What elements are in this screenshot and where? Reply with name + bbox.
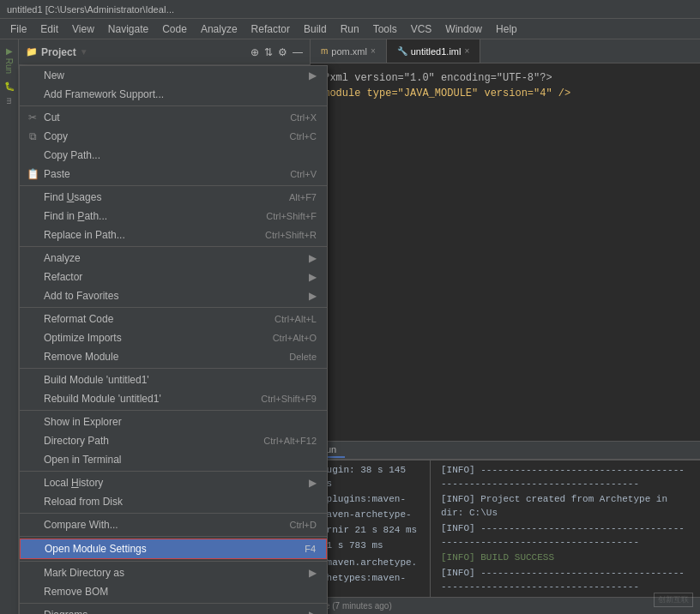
left-panel: 📁 Project ▼ ⊕ ⇅ ⚙ — untitled1 New ▶ xyxy=(19,39,311,614)
menu-edit[interactable]: Edit xyxy=(33,21,65,37)
ctx-label-find-in-path: Find in Path... xyxy=(44,210,266,222)
separator-4 xyxy=(20,307,327,308)
separator-1 xyxy=(20,105,327,106)
ctx-label-rebuild-module: Rebuild Module 'untitled1' xyxy=(44,393,261,405)
menu-view[interactable]: View xyxy=(65,21,101,37)
ctx-label-find-usages: Find Usages xyxy=(44,191,289,203)
menu-build[interactable]: Build xyxy=(297,21,334,37)
watermark-logo: 创新互联 xyxy=(654,593,693,607)
ctx-item-reload-from-disk[interactable]: Reload from Disk xyxy=(20,492,327,511)
status-bar-text: ure (7 minutes ago) xyxy=(317,601,392,611)
ctx-label-paste: Paste xyxy=(44,168,290,180)
separator-5 xyxy=(20,368,327,369)
run-side-panel: ▶ Run 🐛 m xyxy=(0,39,19,614)
ctx-item-refactor[interactable]: Refactor ▶ xyxy=(20,268,327,286)
ctx-label-local-history: Local History xyxy=(44,477,309,489)
ctx-item-open-in-terminal[interactable]: Open in Terminal xyxy=(20,450,327,469)
sort-icon[interactable]: ⇅ xyxy=(264,46,273,58)
analyze-arrow-icon: ▶ xyxy=(309,252,317,264)
code-line-2: <module type="JAVA_MODULE" version="4" /… xyxy=(317,86,693,101)
menu-file[interactable]: File xyxy=(3,21,33,37)
ctx-item-remove-bom[interactable]: Remove BOM xyxy=(20,582,327,601)
ctx-item-analyze[interactable]: Analyze ▶ xyxy=(20,249,327,268)
ctx-item-show-in-explorer[interactable]: Show in Explorer xyxy=(20,412,327,431)
ctx-item-mark-directory-as[interactable]: Mark Directory as ▶ xyxy=(20,563,327,582)
ctx-item-find-usages[interactable]: Find Usages Alt+F7 xyxy=(20,188,327,207)
terminal-info-4: [INFO] ---------------------------------… xyxy=(434,565,697,594)
minimize-icon[interactable]: — xyxy=(293,46,303,58)
dropdown-icon[interactable]: ▼ xyxy=(80,47,88,57)
watermark-text: 创新互联 xyxy=(654,593,693,607)
terminal-log-8: :hetypes:maven- xyxy=(314,570,426,586)
ctx-label-analyze: Analyze xyxy=(44,252,309,264)
debug-icon[interactable]: 🐛 xyxy=(3,77,15,94)
ctx-item-add-framework[interactable]: Add Framework Support... xyxy=(20,85,327,104)
menu-help[interactable]: Help xyxy=(489,21,524,37)
ctx-label-open-module-settings: Open Module Settings xyxy=(45,543,305,555)
compare-shortcut: Ctrl+D xyxy=(290,520,317,530)
ctx-item-replace-in-path[interactable]: Replace in Path... Ctrl+Shift+R xyxy=(20,226,327,244)
ctx-item-copy-path[interactable]: Copy Path... xyxy=(20,146,327,165)
pom-xml-label: pom.xml xyxy=(331,46,367,57)
ctx-item-reformat-code[interactable]: Reformat Code Ctrl+Alt+L xyxy=(20,310,327,328)
find-usages-shortcut: Alt+F7 xyxy=(289,192,317,202)
ctx-item-open-module-settings[interactable]: Open Module Settings F4 xyxy=(20,539,327,559)
terminal-build-success: [INFO] BUILD SUCCESS xyxy=(434,550,697,565)
ctx-item-local-history[interactable]: Local History ▶ xyxy=(20,473,327,492)
ctx-label-copy: Copy xyxy=(44,130,290,142)
tab-pom-xml[interactable]: m pom.xml × xyxy=(311,39,387,63)
ctx-item-diagrams[interactable]: Diagrams ▶ xyxy=(20,605,327,614)
terminal-log-5: 21 s 783 ms xyxy=(314,538,426,553)
maven-side-icon[interactable]: m xyxy=(3,94,15,108)
rebuild-module-shortcut: Ctrl+Shift+F9 xyxy=(261,394,317,404)
add-content-icon[interactable]: ⊕ xyxy=(250,46,259,58)
ctx-item-remove-module[interactable]: Remove Module Delete xyxy=(20,347,327,366)
tab-untitled1-iml[interactable]: 🔧 untitled1.iml × xyxy=(387,39,481,63)
separator-9 xyxy=(20,536,327,537)
ctx-item-find-in-path[interactable]: Find in Path... Ctrl+Shift+F xyxy=(20,207,327,226)
pom-xml-close-icon[interactable]: × xyxy=(371,46,376,56)
menu-vcs[interactable]: VCS xyxy=(404,21,439,37)
menu-navigate[interactable]: Navigate xyxy=(101,21,155,37)
menu-code[interactable]: Code xyxy=(155,21,194,37)
copy-shortcut: Ctrl+C xyxy=(290,131,317,141)
menu-tools[interactable]: Tools xyxy=(366,21,404,37)
ctx-item-paste[interactable]: 📋 Paste Ctrl+V xyxy=(20,165,327,184)
ctx-item-cut[interactable]: ✂ Cut Ctrl+X xyxy=(20,108,327,127)
ctx-item-rebuild-module[interactable]: Rebuild Module 'untitled1' Ctrl+Shift+F9 xyxy=(20,389,327,408)
local-history-arrow-icon: ▶ xyxy=(309,477,317,489)
ctx-label-remove-module: Remove Module xyxy=(44,351,289,363)
terminal-panel: lugin: 38 s 145 ms .plugins:maven- maven… xyxy=(311,460,700,597)
code-editor[interactable]: <?xml version="1.0" encoding="UTF-8"?> <… xyxy=(311,63,700,441)
menu-refactor[interactable]: Refactor xyxy=(244,21,297,37)
menu-run[interactable]: Run xyxy=(334,21,366,37)
main-layout: ▶ Run 🐛 m 📁 Project ▼ ⊕ ⇅ ⚙ — untitled1 xyxy=(0,39,700,614)
ctx-label-add-to-favorites: Add to Favorites xyxy=(44,290,309,302)
diagrams-arrow-icon: ▶ xyxy=(309,609,317,614)
ctx-item-new[interactable]: New ▶ xyxy=(20,66,327,85)
separator-8 xyxy=(20,513,327,514)
ctx-item-copy[interactable]: ⧉ Copy Ctrl+C xyxy=(20,127,327,146)
settings-gear-icon[interactable]: ⚙ xyxy=(278,46,287,58)
directory-path-shortcut: Ctrl+Alt+F12 xyxy=(263,436,317,446)
menu-window[interactable]: Window xyxy=(438,21,489,37)
ctx-item-optimize-imports[interactable]: Optimize Imports Ctrl+Alt+O xyxy=(20,328,327,347)
ctx-label-open-in-terminal: Open in Terminal xyxy=(44,454,317,466)
ctx-label-mark-directory-as: Mark Directory as xyxy=(44,567,309,579)
ctx-label-new: New xyxy=(44,69,309,81)
ctx-item-build-module[interactable]: Build Module 'untitled1' xyxy=(20,370,327,389)
iml-close-icon[interactable]: × xyxy=(464,46,469,56)
terminal-log-1: lugin: 38 s 145 ms xyxy=(314,462,426,491)
right-panel: m pom.xml × 🔧 untitled1.iml × <?xml vers… xyxy=(311,39,700,614)
new-arrow-icon: ▶ xyxy=(309,69,317,81)
remove-module-shortcut: Delete xyxy=(289,352,317,362)
menu-analyze[interactable]: Analyze xyxy=(194,21,244,37)
terminal-info-3: [INFO] ---------------------------------… xyxy=(434,521,697,550)
run-icon[interactable]: ▶ Run xyxy=(3,43,15,77)
ctx-label-directory-path: Directory Path xyxy=(44,435,263,447)
ctx-item-directory-path[interactable]: Directory Path Ctrl+Alt+F12 xyxy=(20,431,327,450)
ctx-label-refactor: Refactor xyxy=(44,271,309,283)
ctx-item-compare-with[interactable]: Compare With... Ctrl+D xyxy=(20,515,327,534)
ctx-item-add-to-favorites[interactable]: Add to Favorites ▶ xyxy=(20,286,327,305)
bottom-tabs: Run xyxy=(311,441,700,460)
